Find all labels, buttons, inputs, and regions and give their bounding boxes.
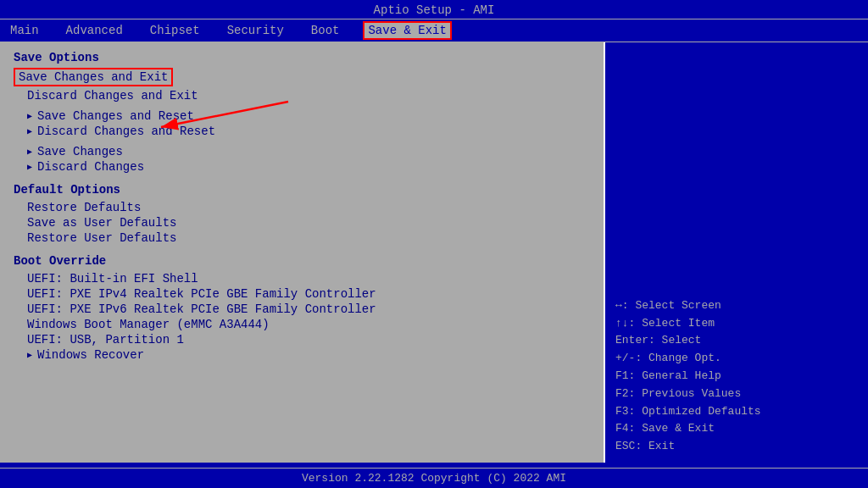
section-title-2: Boot Override	[14, 254, 590, 268]
menu-option-2-0[interactable]: UEFI: Built-in EFI Shell	[14, 271, 590, 286]
menu-option-0-7[interactable]: Discard Changes	[14, 159, 590, 175]
menu-option-2-5[interactable]: Windows Recover	[14, 347, 590, 363]
menu-item-security[interactable]: Security	[224, 23, 287, 38]
help-item-4: F1: General Help	[615, 368, 858, 385]
title-bar: Aptio Setup - AMI	[0, 0, 868, 19]
menu-option-2-4[interactable]: UEFI: USB, Partition 1	[14, 332, 590, 347]
menu-item-chipset[interactable]: Chipset	[147, 23, 203, 38]
save-changes-exit-option[interactable]: Save Changes and Exit	[14, 68, 173, 86]
help-item-5: F2: Previous Values	[615, 385, 858, 403]
help-item-2: Enter: Select	[615, 332, 858, 350]
menu-item-boot[interactable]: Boot	[308, 23, 343, 38]
menu-item-advanced[interactable]: Advanced	[63, 23, 126, 38]
main-content: Save OptionsSave Changes and ExitDiscard…	[0, 42, 868, 463]
help-item-0: ↔: Select Screen	[615, 297, 858, 315]
help-text: ↔: Select Screen↑↓: Select ItemEnter: Se…	[615, 297, 858, 456]
menu-option-1-0[interactable]: Restore Defaults	[14, 200, 590, 215]
help-item-7: F4: Save & Exit	[615, 420, 858, 438]
footer-text: Version 2.22.1282 Copyright (C) 2022 AMI	[302, 472, 566, 485]
menu-bar: MainAdvancedChipsetSecurityBootSave & Ex…	[0, 19, 868, 42]
right-panel: ↔: Select Screen↑↓: Select ItemEnter: Se…	[605, 42, 868, 463]
menu-option-2-2[interactable]: UEFI: PXE IPv6 Realtek PCIe GBE Family C…	[14, 302, 590, 317]
help-item-3: +/-: Change Opt.	[615, 350, 858, 368]
menu-option-0-3[interactable]: Save Changes and Reset	[14, 108, 590, 124]
menu-item-save---exit[interactable]: Save & Exit	[363, 21, 451, 40]
footer: Version 2.22.1282 Copyright (C) 2022 AMI	[0, 468, 868, 488]
section-title-1: Default Options	[14, 183, 590, 197]
menu-option-2-1[interactable]: UEFI: PXE IPv4 Realtek PCIe GBE Family C…	[14, 286, 590, 302]
menu-option-1-1[interactable]: Save as User Defaults	[14, 215, 590, 230]
section-title-0: Save Options	[14, 51, 590, 64]
menu-item-main[interactable]: Main	[7, 23, 42, 38]
help-item-8: ESC: Exit	[615, 438, 858, 456]
help-item-6: F3: Optimized Defaults	[615, 403, 858, 421]
app-title: Aptio Setup - AMI	[374, 3, 495, 17]
help-item-1: ↑↓: Select Item	[615, 315, 858, 333]
menu-option-0-6[interactable]: Save Changes	[14, 144, 590, 159]
menu-option-0-1[interactable]: Discard Changes and Exit	[14, 88, 590, 103]
menu-option-2-3[interactable]: Windows Boot Manager (eMMC A3A444)	[14, 317, 590, 332]
menu-option-1-2[interactable]: Restore User Defaults	[14, 230, 590, 246]
left-panel: Save OptionsSave Changes and ExitDiscard…	[0, 42, 605, 463]
menu-option-0-4[interactable]: Discard Changes and Reset	[14, 124, 590, 139]
